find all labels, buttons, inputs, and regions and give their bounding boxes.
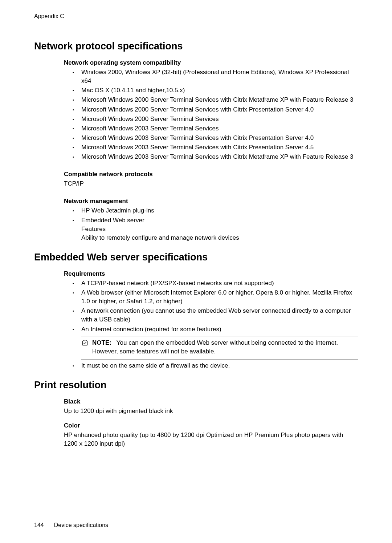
note-body: You can open the embedded Web server wit… [92,339,338,355]
list-item: Windows 2000, Windows XP (32-bit) (Profe… [73,68,358,85]
note-label: NOTE: [92,339,111,346]
heading-ews: Embedded Web server specifications [34,252,358,263]
list-item: Mac OS X (10.4.11 and higher,10.5.x) [73,86,358,95]
list-item: A TCP/IP-based network (IPX/SPX-based ne… [73,279,358,288]
page-number: 144 [34,522,44,528]
subheading-os-compat: Network operating system compatibility [64,59,358,66]
nested-line: Features [81,225,358,234]
list-requirements-post: It must be on the same side of a firewal… [64,361,358,370]
list-item-text: Embedded Web server [81,217,144,224]
list-item: An Internet connection (required for som… [73,325,358,334]
color-body: HP enhanced photo quality (up to 4800 by… [64,431,358,448]
note-rule-bottom [81,360,358,360]
list-net-mgmt: HP Web Jetadmin plug-ins Embedded Web se… [64,206,358,242]
heading-network-protocol: Network protocol specifications [34,41,358,52]
subheading-black: Black [64,398,358,405]
list-item: Embedded Web server Features Ability to … [73,216,358,242]
black-body: Up to 1200 dpi with pigmented black ink [64,407,358,416]
list-item: Microsoft Windows 2003 Server Terminal S… [73,153,358,161]
subheading-color: Color [64,422,358,429]
nested-line: Ability to remotely configure and manage… [81,234,358,242]
list-requirements-pre: A TCP/IP-based network (IPX/SPX-based ne… [64,279,358,334]
subheading-requirements: Requirements [64,270,358,277]
list-item: It must be on the same side of a firewal… [73,361,358,370]
list-item: HP Web Jetadmin plug-ins [73,206,358,215]
list-item: A Web browser (either Microsoft Internet… [73,288,358,306]
list-item: Microsoft Windows 2000 Server Terminal S… [73,105,358,114]
list-os-compat: Windows 2000, Windows XP (32-bit) (Profe… [64,68,358,161]
note-block: NOTE: You can open the embedded Web serv… [81,336,358,360]
list-item: Microsoft Windows 2003 Server Terminal S… [73,134,358,142]
subheading-net-mgmt: Network management [64,198,358,205]
heading-print-res: Print resolution [34,380,358,391]
appendix-label: Appendix C [34,13,358,20]
list-item: Microsoft Windows 2003 Server Terminal S… [73,143,358,152]
svg-rect-0 [82,341,87,345]
list-item: Microsoft Windows 2000 Server Terminal S… [73,115,358,123]
subheading-protocols: Compatible network protocols [64,171,358,178]
protocols-body: TCP/IP [64,179,358,188]
list-item: A network connection (you cannot use the… [73,307,358,324]
list-item: Microsoft Windows 2003 Server Terminal S… [73,124,358,133]
list-item: Microsoft Windows 2000 Server Terminal S… [73,96,358,104]
footer-section-title: Device specifications [54,522,108,528]
note-icon [81,339,89,348]
note-rule-top [81,336,358,336]
